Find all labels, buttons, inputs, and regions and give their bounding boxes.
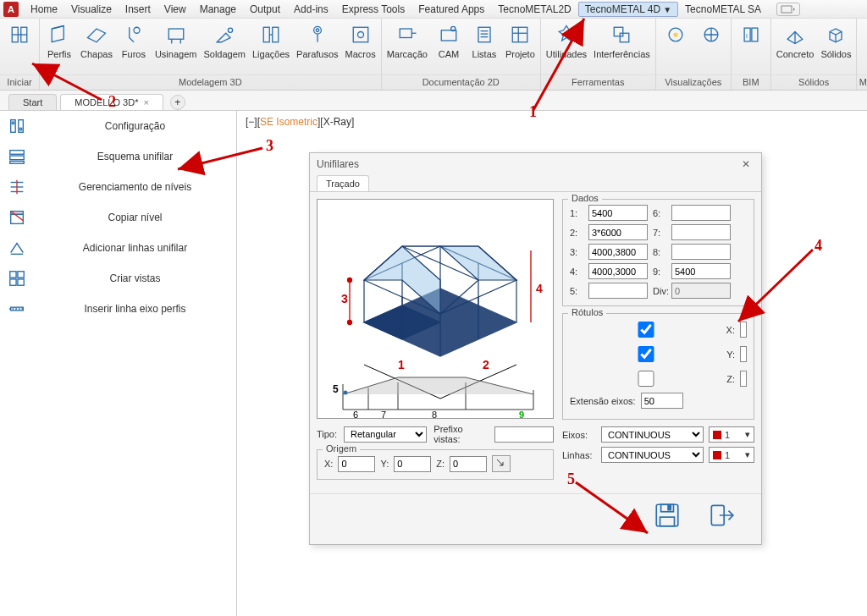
- tool-soldagem[interactable]: Soldagem: [203, 22, 246, 59]
- tool-concreto[interactable]: Concreto: [776, 22, 815, 59]
- menu-output[interactable]: Output: [243, 2, 287, 17]
- tool-cam[interactable]: CAM: [434, 22, 463, 59]
- macros-icon: [348, 22, 373, 47]
- svg-point-43: [19, 128, 22, 130]
- tool-marcacao[interactable]: Marcação: [387, 22, 428, 59]
- rotulos-z-check[interactable]: [573, 371, 719, 387]
- menu-visualize[interactable]: Visualize: [64, 2, 119, 17]
- menu-add-ins[interactable]: Add-ins: [287, 2, 335, 17]
- tool-tecnometal[interactable]: [5, 22, 34, 47]
- rotulos-x-check[interactable]: [573, 322, 719, 338]
- sidebar-item-adicionar[interactable]: Adicionar linhas unifilar: [0, 233, 236, 263]
- manuais-icon: [864, 22, 867, 47]
- usinagem-icon: [163, 22, 189, 47]
- svg-text:1: 1: [398, 358, 405, 371]
- close-icon[interactable]: ✕: [737, 158, 754, 170]
- side-panel: ConfiguraçãoEsquema unifilarGerenciament…: [0, 111, 237, 616]
- tool-interferencias[interactable]: Interferências: [594, 22, 650, 59]
- tab-tracado[interactable]: Traçado: [317, 175, 369, 191]
- prefixo-input[interactable]: [494, 426, 554, 443]
- menu-insert[interactable]: Insert: [119, 2, 157, 17]
- menu-tecnometal-4d[interactable]: TecnoMETAL 4D▼: [578, 2, 678, 17]
- dados-2-input[interactable]: [588, 224, 648, 240]
- dados-3-input[interactable]: [588, 244, 648, 260]
- tool-furos[interactable]: Furos: [119, 22, 148, 59]
- tool-manuais[interactable]: [862, 22, 867, 47]
- tipo-select[interactable]: Retangular: [344, 426, 427, 443]
- menu-featured-apps[interactable]: Featured Apps: [411, 2, 491, 17]
- sidebar-item-eixo[interactable]: Inserir linha eixo perfis: [0, 294, 236, 324]
- origem-y-input[interactable]: [394, 456, 431, 472]
- origem-z-input[interactable]: [450, 456, 487, 472]
- tool-utilidades[interactable]: Utilidades: [546, 22, 587, 59]
- svg-text:5: 5: [333, 383, 339, 395]
- svg-point-15: [357, 32, 363, 38]
- svg-point-79: [348, 278, 352, 283]
- dados-8-input[interactable]: [671, 244, 731, 260]
- origem-x-input[interactable]: [338, 456, 375, 472]
- tool-parafusos[interactable]: Parafusos: [296, 22, 339, 59]
- new-tab-button[interactable]: +: [170, 95, 185, 110]
- tool-listas[interactable]: Listas: [470, 22, 499, 59]
- tool-perfis[interactable]: Perfis: [45, 22, 74, 59]
- ribbon-panel-bim: IBIM: [732, 19, 771, 90]
- tool-chapas[interactable]: Chapas: [80, 22, 113, 59]
- tool-ligacoes[interactable]: Ligações: [252, 22, 290, 59]
- dialog-titlebar[interactable]: Unifilares ✕: [310, 153, 761, 175]
- file-tab-start[interactable]: Start: [8, 94, 57, 110]
- dados-1-input[interactable]: [588, 205, 648, 221]
- rotulos-y-check[interactable]: [573, 346, 719, 362]
- rotulos-z-input[interactable]: [740, 371, 747, 387]
- tool-usinagem[interactable]: Usinagem: [155, 22, 197, 59]
- sidebar-item-esquema[interactable]: Esquema unifilar: [0, 141, 236, 172]
- menu-tecnometal-sa[interactable]: TecnoMETAL SA: [678, 2, 768, 17]
- dados-9-input[interactable]: [671, 263, 731, 279]
- svg-text:6: 6: [353, 410, 358, 420]
- dados-5-input[interactable]: [588, 283, 648, 299]
- interferencias-icon: [609, 22, 634, 47]
- eixos-color-select[interactable]: 1▾: [709, 426, 754, 443]
- prefixo-label: Prefixo vistas:: [434, 424, 489, 444]
- menu-view[interactable]: View: [157, 2, 193, 17]
- sidebar-item-niveis[interactable]: Gerenciamento de níveis: [0, 172, 236, 202]
- sidebar-item-config[interactable]: Configuração: [0, 111, 236, 141]
- eixos-select[interactable]: CONTINUOUS: [601, 426, 704, 443]
- dados-7-input[interactable]: [671, 224, 731, 240]
- ribbon-panel-label: Ferramentas: [541, 74, 655, 90]
- rotulos-y-input[interactable]: [740, 346, 747, 362]
- dados-6-input[interactable]: [671, 205, 731, 221]
- pick-point-button[interactable]: [492, 455, 511, 472]
- view-info[interactable]: [−][SE Isometric][X-Ray]: [246, 116, 354, 128]
- rotulos-x-input[interactable]: [740, 322, 747, 338]
- tool-solidos[interactable]: Sólidos: [820, 22, 851, 59]
- sidebar-item-copiar[interactable]: Copiar nível: [0, 202, 236, 233]
- extensao-input[interactable]: [641, 393, 683, 409]
- tool-label: Concreto: [776, 49, 815, 59]
- sidebar-item-label: Gerenciamento de níveis: [34, 181, 236, 193]
- save-button[interactable]: [653, 501, 682, 532]
- svg-rect-32: [752, 28, 758, 41]
- tool-projeto[interactable]: Projeto: [505, 22, 535, 59]
- menu-express-tools[interactable]: Express Tools: [335, 2, 411, 17]
- listas-icon: [472, 22, 497, 47]
- close-tab-icon[interactable]: ×: [143, 97, 148, 107]
- dados-4-input[interactable]: [588, 263, 648, 279]
- tool-label: Utilidades: [546, 49, 587, 59]
- linhas-color-select[interactable]: 1▾: [709, 447, 754, 463]
- svg-point-29: [673, 32, 677, 36]
- tool-macros[interactable]: Macros: [345, 22, 376, 59]
- linhas-select[interactable]: CONTINUOUS: [601, 447, 704, 463]
- tool-label: Marcação: [387, 49, 428, 59]
- tool-vis2[interactable]: [697, 22, 726, 47]
- tool-vis1[interactable]: [661, 22, 690, 47]
- view-control-icon[interactable]: [776, 3, 800, 16]
- svg-line-35: [830, 32, 836, 36]
- sidebar-item-vistas[interactable]: Criar vistas: [0, 263, 236, 294]
- svg-text:9: 9: [519, 410, 524, 420]
- menu-tecnometal2d[interactable]: TecnoMETAL2D: [491, 2, 577, 17]
- exit-button[interactable]: [707, 501, 736, 532]
- menu-manage[interactable]: Manage: [193, 2, 243, 17]
- tool-bim[interactable]: I: [737, 22, 765, 47]
- menu-home[interactable]: Home: [24, 2, 64, 17]
- annotation-2: 2: [108, 93, 116, 111]
